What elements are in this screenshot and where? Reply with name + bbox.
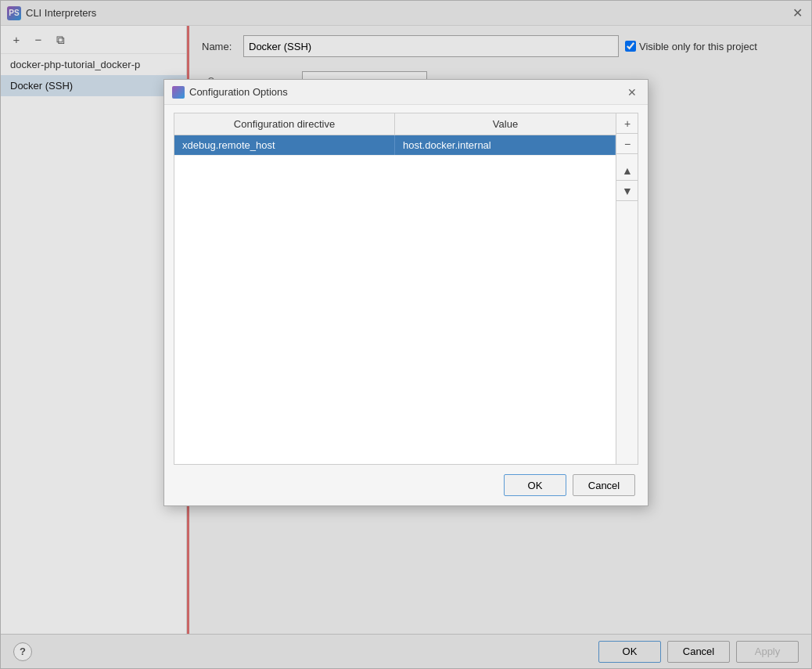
col-header-directive: Configuration directive [174, 113, 395, 135]
config-footer: OK Cancel [164, 465, 648, 505]
value-cell: host.docker.internal [395, 135, 616, 155]
config-sidebar-buttons: + − ▲ ▼ [616, 113, 638, 464]
config-dialog-icon [172, 86, 185, 99]
config-table-header: Configuration directive Value [174, 113, 616, 135]
config-title-bar: Configuration Options ✕ [164, 80, 648, 105]
config-table-body: xdebug.remote_host host.docker.internal [174, 135, 616, 464]
config-cancel-button[interactable]: Cancel [573, 474, 635, 496]
col-header-value: Value [395, 113, 616, 135]
config-dialog: Configuration Options ✕ Configuration di… [163, 79, 649, 506]
config-ok-button[interactable]: OK [504, 474, 566, 496]
config-up-button[interactable]: ▲ [616, 160, 638, 181]
main-window: PS CLI Interpreters ✕ + − ⧉ docker-php-t… [0, 0, 812, 669]
modal-overlay: Configuration Options ✕ Configuration di… [1, 1, 811, 668]
config-table-row[interactable]: xdebug.remote_host host.docker.internal [174, 135, 616, 156]
config-remove-button[interactable]: − [616, 134, 638, 154]
config-table-wrapper: Configuration directive Value xdebug.rem… [174, 113, 616, 464]
config-dialog-title: Configuration Options [189, 86, 288, 98]
config-close-button[interactable]: ✕ [624, 85, 640, 100]
directive-cell: xdebug.remote_host [174, 135, 395, 155]
config-title-left: Configuration Options [172, 86, 288, 99]
config-add-button[interactable]: + [616, 113, 638, 134]
config-table-area: Configuration directive Value xdebug.rem… [174, 113, 638, 465]
config-down-button[interactable]: ▼ [616, 181, 638, 201]
